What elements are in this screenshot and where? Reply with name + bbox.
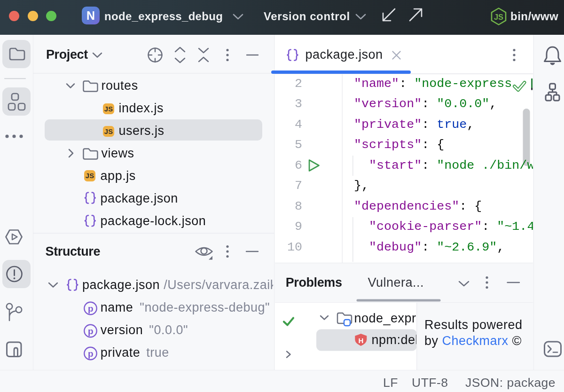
svg-text:H: H: [358, 337, 363, 345]
svg-text:p: p: [88, 326, 94, 336]
svg-text:JS: JS: [494, 13, 503, 21]
svg-text:p: p: [88, 349, 94, 359]
svg-text:p: p: [88, 304, 94, 314]
